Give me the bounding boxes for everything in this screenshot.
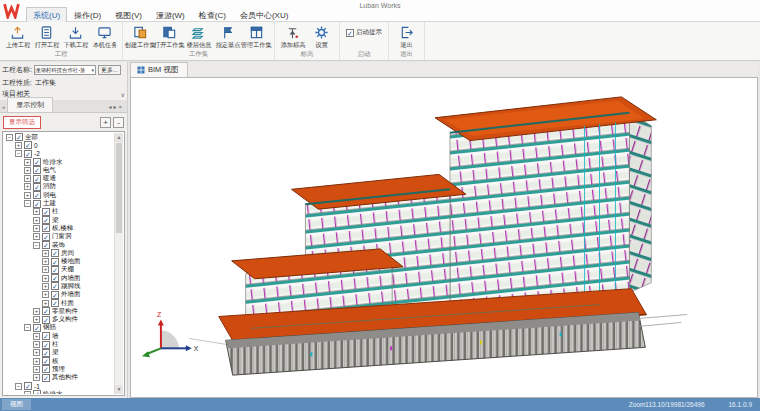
tree-item[interactable]: +✓消防 xyxy=(4,183,114,191)
tree-item[interactable]: +✓给排水 xyxy=(4,390,114,394)
tree-expander-icon[interactable]: + xyxy=(42,250,49,257)
tree-item[interactable]: +✓外墙面 xyxy=(4,291,114,299)
floor-info-button[interactable]: 楼层信息 xyxy=(184,24,213,50)
tree-checkbox[interactable]: ✓ xyxy=(51,249,59,257)
tree-checkbox[interactable]: ✓ xyxy=(33,200,41,208)
tree-expander-icon[interactable]: + xyxy=(33,358,40,365)
menu-view[interactable]: 视图(V) xyxy=(108,7,149,22)
tree-expander-icon[interactable]: + xyxy=(33,333,40,340)
local-tasks-button[interactable]: 本机任务 xyxy=(90,24,119,50)
tab-display-control[interactable]: 显示控制 xyxy=(7,97,53,112)
tree-expander-icon[interactable]: + xyxy=(42,258,49,265)
tree-item[interactable]: +✓梁 xyxy=(4,349,114,357)
collapse-all-button[interactable]: - xyxy=(113,117,124,128)
tree-checkbox[interactable]: ✓ xyxy=(42,374,50,382)
tree-item[interactable]: −✓全部 xyxy=(4,133,114,141)
tree-expander-icon[interactable]: − xyxy=(24,200,31,207)
open-project-button[interactable]: 打开工程 xyxy=(32,24,61,50)
tree-expander-icon[interactable]: + xyxy=(33,225,40,232)
tree-item[interactable]: +✓0 xyxy=(4,141,114,149)
tree-checkbox[interactable]: ✓ xyxy=(42,233,50,241)
tree-item[interactable]: +✓暖通 xyxy=(4,174,114,182)
tree-item[interactable]: +✓给排水 xyxy=(4,158,114,166)
tree-checkbox[interactable]: ✓ xyxy=(42,349,50,357)
scroll-up-icon[interactable]: ▲ xyxy=(115,133,123,142)
model-canvas[interactable]: Z X xyxy=(130,77,758,398)
tree-checkbox[interactable]: ✓ xyxy=(42,307,50,315)
exit-button[interactable]: 退出 xyxy=(392,24,421,50)
tree-expander-icon[interactable]: − xyxy=(6,134,13,141)
tree-expander-icon[interactable]: + xyxy=(24,159,31,166)
tree-item[interactable]: +✓踢脚线 xyxy=(4,282,114,290)
tree-expander-icon[interactable]: + xyxy=(42,283,49,290)
tree-checkbox[interactable]: ✓ xyxy=(15,133,23,141)
tree-item[interactable]: +✓墙 xyxy=(4,332,114,340)
scroll-down-icon[interactable]: ▼ xyxy=(115,385,123,394)
tree-item[interactable]: −✓土建 xyxy=(4,199,114,207)
tree-checkbox[interactable]: ✓ xyxy=(42,365,50,373)
tree-expander-icon[interactable]: + xyxy=(33,208,40,215)
tree-checkbox[interactable]: ✓ xyxy=(33,166,41,174)
tree-item[interactable]: +✓天棚 xyxy=(4,266,114,274)
tree-checkbox[interactable]: ✓ xyxy=(33,390,41,394)
tree-checkbox[interactable]: ✓ xyxy=(33,324,41,332)
more-button[interactable]: 更多... xyxy=(98,65,121,75)
display-filter-button[interactable]: 显示筛选 xyxy=(3,116,41,129)
tree-expander-icon[interactable]: + xyxy=(24,391,31,394)
tree-checkbox[interactable]: ✓ xyxy=(51,291,59,299)
upload-project-button[interactable]: 上传工程 xyxy=(3,24,32,50)
download-project-button[interactable]: 下载工程 xyxy=(61,24,90,50)
tree-expander-icon[interactable]: + xyxy=(33,349,40,356)
base-point-button[interactable]: 指定基点 xyxy=(213,24,242,50)
tree-expander-icon[interactable]: + xyxy=(24,175,31,182)
expand-all-button[interactable]: + xyxy=(100,117,111,128)
tree-expander-icon[interactable]: + xyxy=(24,167,31,174)
tree-checkbox[interactable]: ✓ xyxy=(42,241,50,249)
tree-expander-icon[interactable]: + xyxy=(33,316,40,323)
tree-checkbox[interactable]: ✓ xyxy=(51,258,59,266)
tree-expander-icon[interactable]: − xyxy=(24,324,31,331)
tree-expander-icon[interactable]: + xyxy=(42,275,49,282)
tree-checkbox[interactable]: ✓ xyxy=(24,150,32,158)
collapse-chevron-icon[interactable]: ∨ xyxy=(121,91,125,98)
project-name-select[interactable]: 潼湖村科技合作社-施工模型 ▾ xyxy=(34,65,96,75)
tree-checkbox[interactable]: ✓ xyxy=(42,208,50,216)
tree-item[interactable]: +✓柱 xyxy=(4,340,114,348)
tree-expander-icon[interactable]: + xyxy=(33,341,40,348)
tab-strip-controls[interactable]: ◂▸× xyxy=(108,103,127,112)
tree-expander-icon[interactable]: + xyxy=(33,366,40,373)
tree-item[interactable]: +✓楼地面 xyxy=(4,257,114,265)
tree-checkbox[interactable]: ✓ xyxy=(42,357,50,365)
tree-item[interactable]: −✓钢筋 xyxy=(4,324,114,332)
scrollbar-thumb[interactable] xyxy=(116,143,122,233)
menu-operate[interactable]: 操作(D) xyxy=(67,7,108,22)
tree-expander-icon[interactable]: + xyxy=(33,233,40,240)
tree-checkbox[interactable]: ✓ xyxy=(51,274,59,282)
tree-expander-icon[interactable]: + xyxy=(24,183,31,190)
manage-workset-button[interactable]: 管理工作集 xyxy=(242,24,271,50)
tree-expander-icon[interactable]: + xyxy=(42,291,49,298)
tree-checkbox[interactable]: ✓ xyxy=(42,216,50,224)
tree-item[interactable]: +✓内墙面 xyxy=(4,274,114,282)
tree-item[interactable]: +✓电气 xyxy=(4,166,114,174)
tree-checkbox[interactable]: ✓ xyxy=(33,175,41,183)
tree-expander-icon[interactable]: + xyxy=(42,266,49,273)
tree-checkbox[interactable]: ✓ xyxy=(42,341,50,349)
create-workset-button[interactable]: 创建工作集 xyxy=(126,24,155,50)
startup-tip-checkbox[interactable]: ✓ 启动提示 xyxy=(343,28,385,37)
tree-checkbox[interactable]: ✓ xyxy=(42,332,50,340)
tree-expander-icon[interactable]: − xyxy=(33,242,40,249)
tree-checkbox[interactable]: ✓ xyxy=(42,316,50,324)
tree-item[interactable]: +✓其他构件 xyxy=(4,374,114,382)
tree-scrollbar[interactable]: ▲ ▼ xyxy=(114,133,123,394)
tree-expander-icon[interactable]: + xyxy=(33,374,40,381)
tree-item[interactable]: −✓装饰 xyxy=(4,241,114,249)
tree-item[interactable]: +✓多义构件 xyxy=(4,316,114,324)
tree-checkbox[interactable]: ✓ xyxy=(33,191,41,199)
menu-roam[interactable]: 漫游(W) xyxy=(149,7,192,22)
tab-bim-view[interactable]: BIM 视图 xyxy=(130,62,188,77)
tree-checkbox[interactable]: ✓ xyxy=(51,299,59,307)
tree-expander-icon[interactable]: − xyxy=(15,150,22,157)
menu-system[interactable]: 系统(U) xyxy=(26,7,67,22)
tree-checkbox[interactable]: ✓ xyxy=(24,141,32,149)
